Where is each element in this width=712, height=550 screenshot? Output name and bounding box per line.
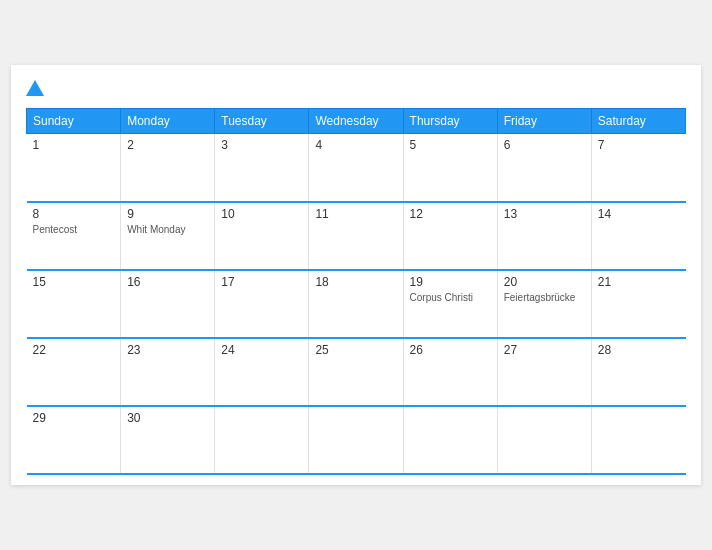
logo-triangle-icon [26,80,44,96]
day-header-saturday: Saturday [591,109,685,134]
day-number: 19 [410,275,491,289]
logo [26,80,46,96]
day-number: 18 [315,275,396,289]
day-number: 3 [221,138,302,152]
day-number: 10 [221,207,302,221]
logo-blue-row [26,80,46,96]
calendar-cell: 29 [27,406,121,474]
holiday-label: Whit Monday [127,223,208,236]
calendar-cell: 22 [27,338,121,406]
calendar-cell: 24 [215,338,309,406]
day-number: 25 [315,343,396,357]
day-number: 13 [504,207,585,221]
calendar-cell: 7 [591,134,685,202]
calendar-cell [497,406,591,474]
day-header-sunday: Sunday [27,109,121,134]
day-number: 28 [598,343,680,357]
day-number: 26 [410,343,491,357]
calendar-cell: 30 [121,406,215,474]
calendar-cell: 9Whit Monday [121,202,215,270]
calendar-cell: 12 [403,202,497,270]
day-number: 2 [127,138,208,152]
calendar-body: 12345678Pentecost9Whit Monday10111213141… [27,134,686,474]
calendar-cell: 18 [309,270,403,338]
day-number: 12 [410,207,491,221]
calendar-cell: 17 [215,270,309,338]
calendar-header-row: SundayMondayTuesdayWednesdayThursdayFrid… [27,109,686,134]
calendar-cell: 13 [497,202,591,270]
calendar-container: SundayMondayTuesdayWednesdayThursdayFrid… [11,65,701,485]
day-number: 8 [33,207,115,221]
week-row-4: 22232425262728 [27,338,686,406]
calendar-cell: 2 [121,134,215,202]
calendar-cell: 10 [215,202,309,270]
calendar-cell: 5 [403,134,497,202]
calendar-cell: 26 [403,338,497,406]
day-number: 15 [33,275,115,289]
day-number: 20 [504,275,585,289]
day-number: 11 [315,207,396,221]
day-number: 16 [127,275,208,289]
calendar-cell: 14 [591,202,685,270]
holiday-label: Feiertagsbrücke [504,291,585,304]
day-number: 17 [221,275,302,289]
day-number: 22 [33,343,115,357]
day-number: 7 [598,138,680,152]
calendar-cell: 8Pentecost [27,202,121,270]
day-header-wednesday: Wednesday [309,109,403,134]
calendar-cell: 25 [309,338,403,406]
day-number: 23 [127,343,208,357]
calendar-cell: 11 [309,202,403,270]
day-number: 27 [504,343,585,357]
calendar-cell: 6 [497,134,591,202]
day-header-thursday: Thursday [403,109,497,134]
week-row-3: 1516171819Corpus Christi20Feiertagsbrück… [27,270,686,338]
day-number: 29 [33,411,115,425]
day-number: 1 [33,138,115,152]
calendar-grid: SundayMondayTuesdayWednesdayThursdayFrid… [26,108,686,475]
calendar-cell: 15 [27,270,121,338]
calendar-cell: 20Feiertagsbrücke [497,270,591,338]
day-header-tuesday: Tuesday [215,109,309,134]
calendar-cell [215,406,309,474]
calendar-cell: 3 [215,134,309,202]
holiday-label: Pentecost [33,223,115,236]
calendar-cell [591,406,685,474]
day-number: 6 [504,138,585,152]
day-number: 9 [127,207,208,221]
day-number: 24 [221,343,302,357]
days-of-week-row: SundayMondayTuesdayWednesdayThursdayFrid… [27,109,686,134]
calendar-cell: 1 [27,134,121,202]
calendar-cell: 16 [121,270,215,338]
calendar-header [26,80,686,96]
calendar-cell: 4 [309,134,403,202]
day-header-monday: Monday [121,109,215,134]
day-number: 14 [598,207,680,221]
day-header-friday: Friday [497,109,591,134]
calendar-cell: 27 [497,338,591,406]
week-row-5: 2930 [27,406,686,474]
calendar-cell: 21 [591,270,685,338]
day-number: 4 [315,138,396,152]
week-row-1: 1234567 [27,134,686,202]
week-row-2: 8Pentecost9Whit Monday1011121314 [27,202,686,270]
day-number: 30 [127,411,208,425]
calendar-cell [309,406,403,474]
holiday-label: Corpus Christi [410,291,491,304]
calendar-cell: 23 [121,338,215,406]
calendar-cell: 28 [591,338,685,406]
day-number: 21 [598,275,680,289]
day-number: 5 [410,138,491,152]
calendar-cell: 19Corpus Christi [403,270,497,338]
calendar-cell [403,406,497,474]
